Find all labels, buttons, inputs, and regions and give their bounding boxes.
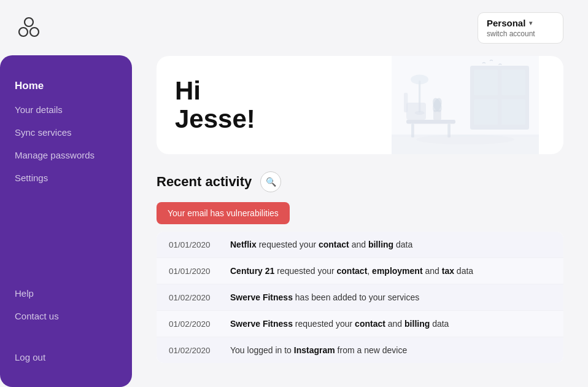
greeting-text: Hi Jesse! xyxy=(175,77,255,133)
sidebar-item-help[interactable]: Help xyxy=(15,282,117,305)
sidebar-item-manage-passwords[interactable]: Manage passwords xyxy=(15,144,117,166)
activity-date: 01/01/2020 xyxy=(169,240,230,249)
greeting-line1: Hi xyxy=(175,76,201,105)
sidebar-nav: Home Your details Sync services Manage p… xyxy=(0,55,132,387)
nav-primary: Home Your details Sync services Manage p… xyxy=(0,74,132,264)
table-row: 01/02/2020 Swerve Fitness has been added… xyxy=(157,284,563,311)
hero-card: Hi Jesse! xyxy=(157,56,563,154)
alert-banner: Your email has vulnerabilities xyxy=(157,202,290,224)
activity-title: Recent activity xyxy=(157,174,252,190)
table-row: 01/02/2020 You logged in to Instagram fr… xyxy=(157,337,563,363)
table-row: 01/01/2020 Netflix requested your contac… xyxy=(157,232,563,258)
svg-rect-7 xyxy=(501,69,525,95)
svg-point-17 xyxy=(411,74,428,84)
activity-date: 01/02/2020 xyxy=(169,293,230,302)
account-badge-top: Personal ▾ xyxy=(487,18,532,28)
activity-desc: Netflix requested your contact and billi… xyxy=(230,240,551,249)
account-switcher[interactable]: Personal ▾ switch account xyxy=(478,12,563,44)
activity-search-button[interactable]: 🔍 xyxy=(260,171,281,192)
table-row: 01/01/2020 Century 21 requested your con… xyxy=(157,258,563,284)
sidebar-item-settings[interactable]: Settings xyxy=(15,166,117,189)
svg-point-1 xyxy=(19,28,28,36)
nav-divider xyxy=(0,264,132,282)
svg-rect-9 xyxy=(501,99,525,125)
svg-rect-10 xyxy=(406,120,455,123)
sidebar-item-your-details[interactable]: Your details xyxy=(15,98,117,121)
svg-rect-20 xyxy=(404,93,408,112)
account-type-label: Personal xyxy=(487,18,525,28)
activity-desc: Swerve Fitness requested your contact an… xyxy=(230,319,551,329)
activity-header: Recent activity 🔍 xyxy=(157,171,563,192)
sidebar-item-home[interactable]: Home xyxy=(15,74,117,98)
logo-area xyxy=(0,0,132,55)
svg-rect-19 xyxy=(406,103,426,120)
activity-list: 01/01/2020 Netflix requested your contac… xyxy=(157,232,563,363)
svg-rect-6 xyxy=(474,69,497,95)
sidebar-item-contact-us[interactable]: Contact us xyxy=(15,305,117,327)
activity-desc: Century 21 requested your contact, emplo… xyxy=(230,266,551,276)
room-svg-icon xyxy=(367,56,563,154)
sidebar-item-sync-services[interactable]: Sync services xyxy=(15,121,117,144)
greeting-line2: Jesse! xyxy=(175,104,255,133)
nav-secondary: Help Contact us Log out xyxy=(0,282,132,369)
activity-desc: You logged in to Instagram from a new de… xyxy=(230,345,551,355)
app-logo-icon xyxy=(15,14,43,42)
search-icon: 🔍 xyxy=(266,177,276,187)
activity-date: 01/02/2020 xyxy=(169,319,230,329)
switch-account-label: switch account xyxy=(487,29,535,38)
table-row: 01/02/2020 Swerve Fitness requested your… xyxy=(157,311,563,337)
nav-divider-2 xyxy=(15,327,117,346)
chevron-down-icon: ▾ xyxy=(529,20,532,26)
sidebar-item-logout[interactable]: Log out xyxy=(15,346,117,369)
activity-desc: Swerve Fitness has been added to your se… xyxy=(230,292,551,302)
svg-point-0 xyxy=(25,18,33,26)
svg-rect-8 xyxy=(474,99,497,125)
header: Personal ▾ switch account xyxy=(157,12,563,44)
svg-point-2 xyxy=(30,28,39,36)
main-content: Personal ▾ switch account Hi Jesse! xyxy=(132,0,588,387)
activity-date: 01/02/2020 xyxy=(169,346,230,355)
sidebar: Home Your details Sync services Manage p… xyxy=(0,0,132,387)
svg-point-21 xyxy=(416,135,514,144)
activity-date: 01/01/2020 xyxy=(169,267,230,276)
activity-section: Recent activity 🔍 Your email has vulnera… xyxy=(157,171,563,363)
svg-rect-11 xyxy=(411,123,414,137)
hero-illustration xyxy=(367,56,563,154)
